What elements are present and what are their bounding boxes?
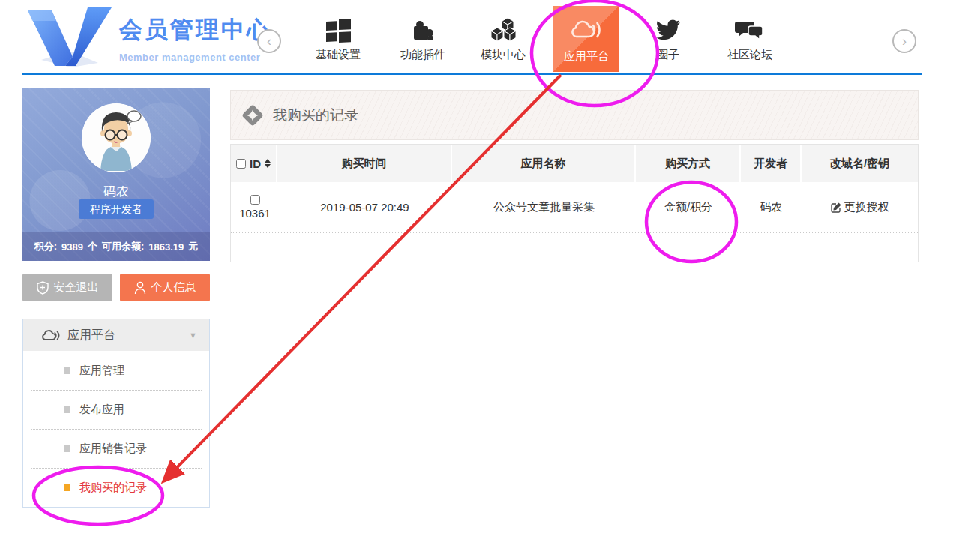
nav-item-forum[interactable]: 社区论坛 xyxy=(709,0,790,75)
logout-button[interactable]: 安全退出 xyxy=(22,274,112,301)
header-label: 购买方式 xyxy=(665,157,710,171)
profile-actions: 安全退出 个人信息 xyxy=(22,274,210,301)
profile-name: 码农 xyxy=(22,183,210,200)
brand-subtitle: Member management center xyxy=(119,52,272,63)
header-label: 开发者 xyxy=(754,157,787,171)
chevron-right-icon: › xyxy=(902,34,907,49)
twitter-bird-icon xyxy=(628,17,709,44)
nav-item-circles[interactable]: 圈子 xyxy=(628,0,709,75)
header-label: ID xyxy=(250,157,261,170)
cell-action: 更换授权 xyxy=(802,182,918,232)
header: 会员管理中心 Member management center ‹ 基础设置 xyxy=(22,0,922,75)
header-cell-app-name: 应用名称 xyxy=(452,145,636,182)
table-row: 10361 2019-05-07 20:49 公众号文章批量采集 金额/积分 码… xyxy=(231,182,918,233)
profile-card: 码农 程序开发者 积分: 9389 个 可用余额: 1863.19 元 xyxy=(22,88,210,261)
role-badge[interactable]: 程序开发者 xyxy=(79,199,154,219)
sidebar-menu-title: 应用平台 xyxy=(67,328,115,343)
purchases-table: ID 购买时间 应用名称 购买方式 开发者 改域名/密钥 10361 2019-… xyxy=(230,144,919,262)
row-time: 2019-05-07 20:49 xyxy=(320,201,409,214)
points-value: 9389 xyxy=(61,241,83,253)
cloud-icon xyxy=(41,328,61,343)
nav-item-label: 基础设置 xyxy=(298,48,379,62)
header-label: 购买时间 xyxy=(342,157,387,171)
bullet-icon xyxy=(64,484,70,491)
shield-icon xyxy=(37,281,49,295)
points-label: 积分: xyxy=(34,240,57,253)
sidebar-menu: 应用平台 ▼ 应用管理 发布应用 应用销售记录 我购买的记录 xyxy=(22,319,210,508)
profile-info-button[interactable]: 个人信息 xyxy=(120,274,210,301)
nav-item-modules[interactable]: 模块中心 xyxy=(463,0,544,75)
content-title-bar: 我购买的记录 xyxy=(230,90,919,140)
row-checkbox[interactable] xyxy=(250,195,260,205)
header-label: 应用名称 xyxy=(521,157,566,171)
nav-item-label: 模块中心 xyxy=(463,48,544,62)
diamond-star-icon xyxy=(241,104,264,127)
balance-label: 可用余额: xyxy=(102,240,144,253)
row-id: 10361 xyxy=(239,207,271,220)
brand-title: 会员管理中心 xyxy=(119,14,272,46)
sidebar-item-my-purchases[interactable]: 我购买的记录 xyxy=(23,468,209,507)
cell-pay-type: 金额/积分 xyxy=(636,182,741,232)
chevron-down-icon: ▼ xyxy=(189,331,197,340)
nav-item-label: 社区论坛 xyxy=(709,48,790,62)
chat-bubbles-icon xyxy=(709,17,790,44)
cell-developer: 码农 xyxy=(741,182,802,232)
action-label: 更换授权 xyxy=(844,200,889,214)
nav-item-basic-settings[interactable]: 基础设置 xyxy=(298,0,379,75)
change-authorization-link[interactable]: 更换授权 xyxy=(831,200,889,214)
sidebar-menu-header[interactable]: 应用平台 ▼ xyxy=(23,319,209,351)
table-header-row: ID 购买时间 应用名称 购买方式 开发者 改域名/密钥 xyxy=(231,145,918,182)
sidebar-item-publish-app[interactable]: 发布应用 xyxy=(23,390,209,429)
v-logo-icon xyxy=(26,7,115,69)
nav-next-button[interactable]: › xyxy=(892,29,916,53)
nav-item-label: 圈子 xyxy=(628,48,709,62)
header-cell-developer: 开发者 xyxy=(741,145,802,182)
row-developer: 码农 xyxy=(760,200,783,214)
edit-icon xyxy=(831,202,842,213)
brand-text: 会员管理中心 Member management center xyxy=(119,14,272,63)
row-pay-type: 金额/积分 xyxy=(664,200,712,214)
cubes-icon xyxy=(463,17,544,44)
cloud-icon xyxy=(553,16,619,43)
sort-icon[interactable] xyxy=(265,159,271,168)
nav-prev-button[interactable]: ‹ xyxy=(257,29,281,53)
page-title: 我购买的记录 xyxy=(273,106,358,125)
header-label: 改域名/密钥 xyxy=(830,157,889,171)
sidebar-item-label: 应用销售记录 xyxy=(79,442,147,456)
header-cell-pay-type: 购买方式 xyxy=(636,145,741,182)
cell-time: 2019-05-07 20:49 xyxy=(277,182,452,232)
brand-logo[interactable]: 会员管理中心 Member management center xyxy=(26,7,272,69)
bullet-icon xyxy=(64,445,70,452)
nav-item-label: 应用平台 xyxy=(553,49,619,64)
member-management-page: 会员管理中心 Member management center ‹ 基础设置 xyxy=(0,0,980,557)
windows-grid-icon xyxy=(298,17,379,44)
person-icon xyxy=(134,281,146,295)
bullet-icon xyxy=(64,406,70,413)
nav-item-label: 功能插件 xyxy=(382,48,463,62)
avatar xyxy=(82,103,151,172)
sidebar-item-label: 发布应用 xyxy=(79,403,124,417)
chevron-left-icon: ‹ xyxy=(267,34,271,49)
profile-info-label: 个人信息 xyxy=(151,280,196,295)
sidebar-item-sales-records[interactable]: 应用销售记录 xyxy=(23,429,209,468)
balance-value: 1863.19 xyxy=(148,241,184,253)
puzzle-icon xyxy=(382,17,463,44)
logout-label: 安全退出 xyxy=(54,280,99,295)
bullet-icon xyxy=(64,367,70,374)
nav-item-app-platform[interactable]: 应用平台 xyxy=(553,6,619,72)
cell-app-name: 公众号文章批量采集 xyxy=(452,182,636,232)
header-cell-domain-key: 改域名/密钥 xyxy=(802,145,918,182)
points-unit: 个 xyxy=(88,240,97,253)
header-cell-time: 购买时间 xyxy=(277,145,452,182)
sidebar-item-app-manage[interactable]: 应用管理 xyxy=(23,351,209,390)
sidebar-item-label: 应用管理 xyxy=(79,364,124,378)
balance-unit: 元 xyxy=(188,240,198,253)
row-app-name: 公众号文章批量采集 xyxy=(493,200,595,214)
profile-stats: 积分: 9389 个 可用余额: 1863.19 元 xyxy=(22,232,210,261)
cell-id: 10361 xyxy=(231,182,277,232)
nav-item-plugins[interactable]: 功能插件 xyxy=(382,0,463,75)
sidebar-item-label: 我购买的记录 xyxy=(79,481,147,495)
select-all-checkbox[interactable] xyxy=(236,159,246,169)
header-cell-id: ID xyxy=(231,145,277,182)
